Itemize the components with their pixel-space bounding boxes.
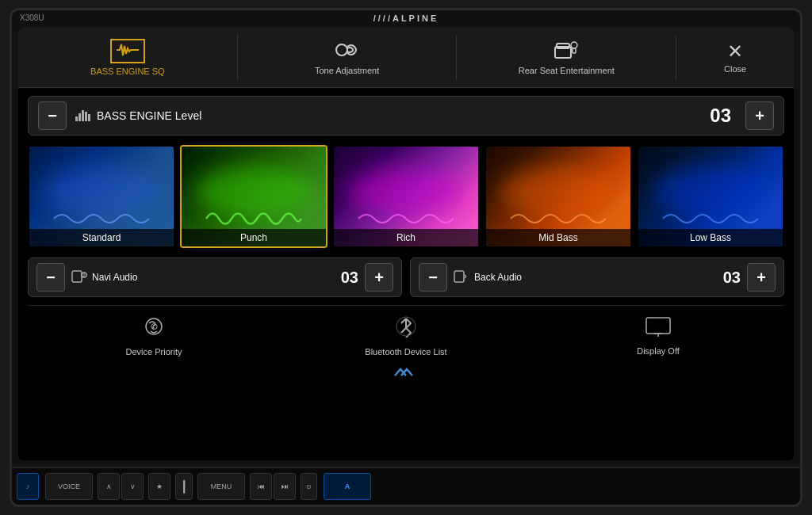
bass-level-value: 03 <box>710 105 731 127</box>
display-off-button[interactable]: Display Off <box>532 312 784 360</box>
bluetooth-device-list-button[interactable]: Bluetooth Device List <box>280 312 532 360</box>
rear-seat-icon <box>553 40 579 63</box>
preset-punch-label: Punch <box>182 229 326 246</box>
hw-voice-button[interactable]: VOICE <box>45 473 93 500</box>
tone-icon <box>335 40 359 63</box>
back-audio-label: Back Audio <box>454 269 717 286</box>
preset-mid-bass-label: Mid Bass <box>486 229 630 246</box>
display-off-label: Display Off <box>637 346 680 356</box>
bass-level-plus[interactable]: + <box>745 101 774 130</box>
back-audio-plus[interactable]: + <box>747 263 776 292</box>
svg-rect-10 <box>72 271 82 282</box>
bass-level-icon <box>75 107 90 124</box>
preset-low-bass-label: Low Bass <box>638 229 783 246</box>
svg-rect-4 <box>573 48 576 53</box>
hw-nav-button[interactable]: A <box>324 473 371 500</box>
svg-rect-8 <box>85 112 87 121</box>
navi-audio-value: 03 <box>341 269 358 287</box>
nav-rear-seat[interactable]: Rear Seat Entertainment <box>457 36 676 80</box>
svg-rect-16 <box>646 318 670 334</box>
screen: BASS ENGINE SQ Tone Adjastment <box>18 28 794 460</box>
top-nav: BASS ENGINE SQ Tone Adjastment <box>18 28 794 88</box>
navi-audio-label: Navi Audio <box>71 269 335 286</box>
close-icon: ✕ <box>727 42 743 61</box>
display-off-icon <box>645 316 672 341</box>
bass-engine-level-control: − BASS ENGINE Level 03 + <box>28 96 784 135</box>
scroll-indicator <box>18 363 794 383</box>
hw-up-button[interactable]: ∧ <box>98 473 120 500</box>
bluetooth-icon <box>395 315 417 342</box>
hw-skip-back-button[interactable]: ⏮ <box>250 473 272 500</box>
device-priority-label: Device Priority <box>126 347 182 357</box>
back-audio-text: Back Audio <box>474 272 522 283</box>
svg-rect-7 <box>82 110 84 121</box>
bluetooth-device-list-label: Bluetooth Device List <box>365 347 446 357</box>
svg-rect-5 <box>75 116 78 121</box>
bass-engine-level-text: BASS ENGINE Level <box>97 109 201 122</box>
device-priority-icon: ✆ <box>141 315 167 342</box>
hardware-bar: ♪ VOICE ∧ ∨ ★ ┃ MENU ⏮ ⏭ ⊙ A <box>12 467 800 505</box>
preset-rich[interactable]: Rich <box>332 145 480 248</box>
svg-point-3 <box>571 42 577 48</box>
nav-tone-adjustment[interactable]: Tone Adjastment <box>238 36 458 80</box>
svg-point-0 <box>336 44 347 55</box>
navi-audio-minus[interactable]: − <box>36 263 65 292</box>
navi-audio-text: Navi Audio <box>92 272 137 283</box>
nav-close-label: Close <box>724 64 746 74</box>
device-priority-button[interactable]: ✆ Device Priority <box>28 312 280 360</box>
navi-audio-plus[interactable]: + <box>365 263 393 292</box>
brand-label: ////ALPINE <box>373 13 439 23</box>
nav-tone-label: Tone Adjastment <box>315 66 379 75</box>
bass-level-minus[interactable]: − <box>38 101 67 130</box>
hw-cam-button[interactable]: ⊙ <box>301 473 317 500</box>
nav-bass-engine-sq[interactable]: BASS ENGINE SQ <box>18 34 238 81</box>
bottom-functions: ✆ Device Priority Bluetooth Device List <box>28 305 784 360</box>
preset-standard-label: Standard <box>29 229 174 246</box>
svg-text:✆: ✆ <box>151 322 158 331</box>
hw-menu-button[interactable]: MENU <box>197 473 245 500</box>
audio-controls: − Navi Audio 03 + − <box>28 258 784 297</box>
preset-mid-bass[interactable]: Mid Bass <box>485 145 632 248</box>
hw-down-button[interactable]: ∨ <box>121 473 144 500</box>
navi-audio-icon <box>71 269 87 286</box>
preset-standard[interactable]: Standard <box>28 145 175 248</box>
model-label: X308U <box>20 13 44 22</box>
hw-skip-fwd-button[interactable]: ⏭ <box>274 473 296 500</box>
svg-rect-6 <box>79 113 81 121</box>
back-audio-icon <box>454 269 469 286</box>
svg-rect-12 <box>454 271 464 282</box>
presets-row: Standard Punch Rich <box>28 145 784 248</box>
hw-music-button[interactable]: ♪ <box>17 473 39 500</box>
svg-rect-9 <box>88 114 90 121</box>
hw-volume-button[interactable]: ┃ <box>175 473 193 500</box>
preset-rich-label: Rich <box>334 229 478 246</box>
bass-engine-icon <box>110 39 145 63</box>
back-audio-control: − Back Audio 03 + <box>410 258 784 297</box>
nav-close[interactable]: ✕ Close <box>676 37 794 78</box>
preset-low-bass[interactable]: Low Bass <box>637 145 784 248</box>
preset-punch[interactable]: Punch <box>180 145 327 248</box>
back-audio-value: 03 <box>723 269 741 287</box>
bass-level-label: BASS ENGINE Level <box>75 107 702 124</box>
navi-audio-control: − Navi Audio 03 + <box>28 258 402 297</box>
hw-favorite-button[interactable]: ★ <box>148 473 170 500</box>
back-audio-minus[interactable]: − <box>419 263 447 292</box>
nav-rear-seat-label: Rear Seat Entertainment <box>519 66 615 75</box>
nav-bass-engine-label: BASS ENGINE SQ <box>90 67 165 76</box>
device-frame: X308U ////ALPINE BASS ENGINE SQ <box>10 8 802 507</box>
